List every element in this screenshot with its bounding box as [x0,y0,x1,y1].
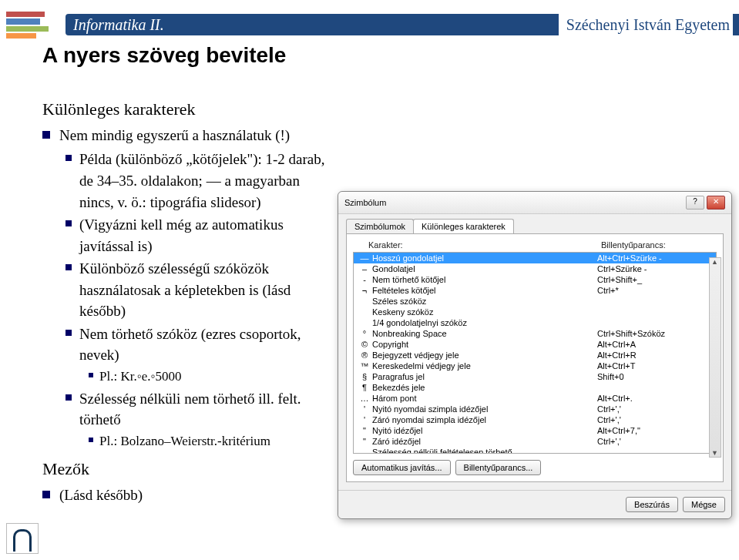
col-shortcut: Billentyűparancs: [601,240,717,250]
list-item[interactable]: 'Nyitó nyomdai szimpla idézőjelCtrl+',' [354,404,716,414]
list-item[interactable]: ™Kereskedelmi védjegy jeleAlt+Ctrl+T [354,360,716,371]
symbol-dialog: Szimbólum ? ✕ Szimbólumok Különleges kar… [338,191,732,519]
bullet-text: Pl.: Kr.◦e.◦5000 [99,367,182,387]
shortcut-button[interactable]: Billentyűparancs... [455,460,542,475]
list-item[interactable]: ¶Bekezdés jele [354,382,716,393]
list-item[interactable]: —Hosszú gondolatjelAlt+Ctrl+Szürke - [354,253,716,263]
dialog-title: Szimbólum [344,198,386,207]
footer-logo [6,523,39,554]
bullet-text: Szélesség nélküli nem törhető ill. felt.… [79,388,335,431]
list-item[interactable]: 1/4 gondolatjelnyi szóköz [354,317,716,328]
list-item[interactable]: …Három pontAlt+Ctrl+. [354,393,716,404]
section-heading: Különleges karakterek [42,97,335,122]
col-character: Karakter: [368,240,601,250]
insert-button[interactable]: Beszúrás [626,497,678,512]
autocorrect-button[interactable]: Automatikus javítás... [353,460,451,475]
bullet-text: Nem törhető szóköz (ezres csoportok, nev… [79,324,335,366]
bullet-text: (Lásd később) [59,485,143,506]
list-item[interactable]: °Nonbreaking SpaceCtrl+Shift+Szóköz [354,328,716,339]
tab-panel: Karakter: Billentyűparancs: —Hosszú gond… [346,233,724,482]
slide-title: A nyers szöveg bevitele [42,43,286,68]
tab-symbols[interactable]: Szimbólumok [346,219,414,233]
list-item[interactable]: §Paragrafus jelShift+0 [354,371,716,382]
bullet-icon [66,155,72,161]
list-item[interactable]: Szélesség nélküli feltételesen törhető [354,447,716,454]
course-title: Informatika II. [73,16,164,33]
bullet-icon [66,264,72,270]
bullet-text: Pl.: Bolzano–Weierstr.-kritérium [99,432,270,451]
list-item[interactable]: "Nyitó idézőjelAlt+Ctrl+7," [354,425,716,436]
list-item[interactable]: 'Záró nyomdai szimpla idézőjelCtrl+',' [354,414,716,425]
bullet-icon [66,330,72,336]
slide-body: Különleges karakterek Nem mindig egyszer… [42,91,335,509]
help-button[interactable]: ? [686,196,704,210]
list-item[interactable]: ®Bejegyzett védjegy jeleAlt+Ctrl+R [354,350,716,360]
bullet-icon [42,491,50,498]
bullet-icon [89,373,93,377]
bullet-text: Nem mindig egyszerű a használatuk (!) [59,125,290,146]
bullet-text: (Vigyázni kell még az automatikus javítá… [79,214,335,257]
cancel-button[interactable]: Mégse [683,497,725,512]
tab-special-chars[interactable]: Különleges karakterek [413,219,514,233]
bullet-icon [89,438,93,442]
bullet-text: Különböző szélességű szóközök használato… [79,258,335,322]
bullet-icon [42,131,50,139]
section-heading: Mezők [42,457,335,481]
character-listbox[interactable]: —Hosszú gondolatjelAlt+Ctrl+Szürke -–Gon… [353,252,717,454]
bullet-icon [66,394,72,401]
list-item[interactable]: ©CopyrightAlt+Ctrl+A [354,339,716,350]
list-item[interactable]: ¬Feltételes kötőjelCtrl+* [354,285,716,296]
close-button[interactable]: ✕ [707,196,725,210]
list-item[interactable]: -Nem törhető kötőjelCtrl+Shift+_ [354,274,716,285]
list-item[interactable]: Széles szóköz [354,296,716,307]
list-item[interactable]: "Záró idézőjelCtrl+',' [354,436,716,447]
scrollbar[interactable] [709,257,721,458]
list-item[interactable]: –GondolatjelCtrl+Szürke - [354,263,716,274]
bullet-text: Példa (különböző „kötőjelek"): 1-2 darab… [79,149,335,213]
university-name: Széchenyi István Egyetem [559,14,733,35]
header-logo [6,12,49,39]
bullet-icon [66,220,72,226]
list-item[interactable]: Keskeny szóköz [354,307,716,317]
